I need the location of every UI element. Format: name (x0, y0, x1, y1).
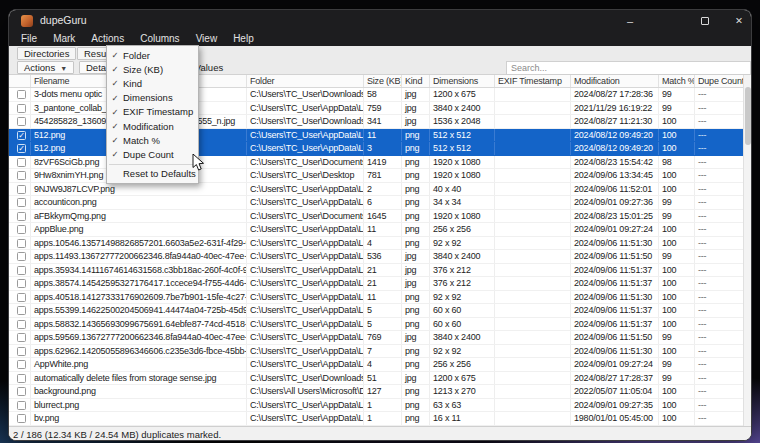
row-checkbox-cell (9, 196, 31, 209)
table-row[interactable]: blurrect.pngC:\Users\TC_User\AppData\Loc… (9, 399, 745, 413)
cell-modification: 2024/08/23 15:54:42 (571, 156, 659, 169)
column-header-dupe-count[interactable]: Dupe Count (695, 75, 745, 87)
cell-match: 99 (659, 331, 695, 344)
cell-filename: AppWhite.png (31, 358, 247, 371)
cell-match: 100 (659, 142, 695, 155)
cell-filename: background.png (31, 385, 247, 398)
row-checkbox[interactable] (17, 374, 26, 383)
cell-kind: png (402, 223, 430, 236)
row-checkbox[interactable] (17, 252, 26, 261)
cell-dupe-count: --- (695, 237, 745, 250)
column-header-modification[interactable]: Modification (571, 75, 659, 87)
columns-menu-item-kind[interactable]: ✓Kind (107, 76, 198, 90)
table-row[interactable]: apps.38574.14542595327176417.1ccece94-f7… (9, 277, 745, 291)
table-row[interactable]: apps.55399.14622500204506941.44474a04-72… (9, 304, 745, 318)
row-checkbox[interactable] (17, 347, 26, 356)
columns-menu-item-dupe-count[interactable]: ✓Dupe Count (107, 147, 198, 161)
menubar-item-view[interactable]: View (188, 32, 226, 46)
cell-match: 98 (659, 156, 695, 169)
table-row[interactable]: apps.40518.14127333176902609.7be7b901-15… (9, 291, 745, 305)
row-checkbox[interactable]: ✓ (17, 131, 26, 140)
column-header-folder[interactable]: Folder (247, 75, 364, 87)
cell-match: 100 (659, 277, 695, 290)
row-checkbox[interactable] (17, 333, 26, 342)
menubar-item-file[interactable]: File (13, 32, 45, 46)
row-checkbox[interactable] (17, 293, 26, 302)
check-icon: ✓ (107, 135, 123, 145)
columns-menu-item-dimensions[interactable]: ✓Dimensions (107, 91, 198, 105)
table-row[interactable]: 9NJW9J87LCVP.pngC:\Users\TC_User\AppData… (9, 183, 745, 197)
maximize-button[interactable] (696, 13, 714, 29)
scrollbar-thumb[interactable] (745, 87, 751, 145)
row-checkbox-cell: ✓ (9, 129, 31, 142)
titlebar[interactable]: dupeGuru – ✕ (9, 10, 751, 32)
tab-directories[interactable]: Directories (17, 47, 76, 60)
row-checkbox[interactable] (17, 360, 26, 369)
table-row[interactable]: automatically delete files from storage … (9, 372, 745, 386)
cell-dimensions: 256 x 256 (430, 358, 495, 371)
cell-kind: png (402, 291, 430, 304)
row-checkbox[interactable] (17, 266, 26, 275)
row-checkbox[interactable] (17, 239, 26, 248)
row-checkbox[interactable] (17, 117, 26, 126)
cell-match: 100 (659, 318, 695, 331)
table-row[interactable]: apps.59569.13672777200662346.8fa944a0-40… (9, 331, 745, 345)
column-header-size-kb[interactable]: Size (KB) (364, 75, 402, 87)
table-row[interactable]: apps.35934.14111674614631568.c3bb18ac-26… (9, 264, 745, 278)
actions-dropdown-button[interactable]: Actions▼ (17, 61, 74, 74)
cell-modification: 2024/09/06 11:51:37 (571, 277, 659, 290)
column-header-exif-timestamp[interactable]: EXIF Timestamp (495, 75, 571, 87)
column-header-kind[interactable]: Kind (402, 75, 430, 87)
menubar-item-mark[interactable]: Mark (45, 32, 83, 46)
minimize-button[interactable]: – (621, 13, 639, 29)
close-button[interactable]: ✕ (730, 13, 748, 29)
row-checkbox[interactable] (17, 320, 26, 329)
table-row[interactable]: apps.62962.14205055896346606.c235e3d6-fb… (9, 345, 745, 359)
cell-modification: 2024/08/12 09:49:20 (571, 129, 659, 142)
table-row[interactable]: apps.11493.13672777200662346.8fa944a0-40… (9, 250, 745, 264)
columns-menu-item-reset-to-defaults[interactable]: Reset to Defaults (107, 167, 198, 181)
header-select-column[interactable] (9, 75, 31, 87)
cell-kind: jpg (402, 264, 430, 277)
row-checkbox[interactable] (17, 171, 26, 180)
row-checkbox[interactable] (17, 158, 26, 167)
row-checkbox[interactable] (17, 414, 26, 423)
row-checkbox[interactable] (17, 225, 26, 234)
row-checkbox[interactable]: ✓ (17, 144, 26, 153)
table-row[interactable]: AppBlue.pngC:\Users\TC_User\AppData\Loca… (9, 223, 745, 237)
table-row[interactable]: AppWhite.pngC:\Users\TC_User\AppData\Loc… (9, 358, 745, 372)
row-checkbox[interactable] (17, 90, 26, 99)
row-checkbox[interactable] (17, 401, 26, 410)
columns-menu-item-folder[interactable]: ✓Folder (107, 48, 198, 62)
table-row[interactable]: bv.pngC:\Users\TC_User\AppData\Loca...1p… (9, 412, 745, 426)
menubar-item-columns[interactable]: Columns (132, 32, 187, 46)
columns-menu-item-modification[interactable]: ✓Modification (107, 119, 198, 133)
columns-menu-item-size-kb[interactable]: ✓Size (KB) (107, 62, 198, 76)
table-row[interactable]: apps.58832.14365693099675691.64ebfe87-74… (9, 318, 745, 332)
row-checkbox[interactable] (17, 185, 26, 194)
row-checkbox[interactable] (17, 212, 26, 221)
column-header-match[interactable]: Match % (659, 75, 695, 87)
cell-size: 7 (364, 345, 402, 358)
columns-menu-item-match[interactable]: ✓Match % (107, 133, 198, 147)
row-checkbox[interactable] (17, 198, 26, 207)
cell-modification: 2022/05/07 11:05:04 (571, 385, 659, 398)
table-row[interactable]: apps.10546.13571498826857201.6603a5e2-63… (9, 237, 745, 251)
vertical-scrollbar[interactable] (743, 75, 751, 426)
row-checkbox[interactable] (17, 104, 26, 113)
table-row[interactable]: accounticon.pngC:\Users\TC_User\AppData\… (9, 196, 745, 210)
columns-menu-item-exif-timestamp[interactable]: ✓EXIF Timestamp (107, 105, 198, 119)
table-row[interactable]: aFBkkymQmg.pngC:\Users\TC_User\Documents… (9, 210, 745, 224)
cell-modification: 2024/08/12 09:49:20 (571, 142, 659, 155)
table-row[interactable]: background.pngC:\Users\All Users\Microso… (9, 385, 745, 399)
column-header-dimensions[interactable]: Dimensions (430, 75, 495, 87)
menubar-item-actions[interactable]: Actions (83, 32, 132, 46)
cell-dimensions: 63 x 63 (430, 399, 495, 412)
row-checkbox[interactable] (17, 306, 26, 315)
row-checkbox-cell (9, 250, 31, 263)
menubar-item-help[interactable]: Help (225, 32, 262, 46)
search-input[interactable] (506, 61, 751, 75)
row-checkbox[interactable] (17, 387, 26, 396)
row-checkbox[interactable] (17, 279, 26, 288)
cell-exif (495, 115, 571, 128)
